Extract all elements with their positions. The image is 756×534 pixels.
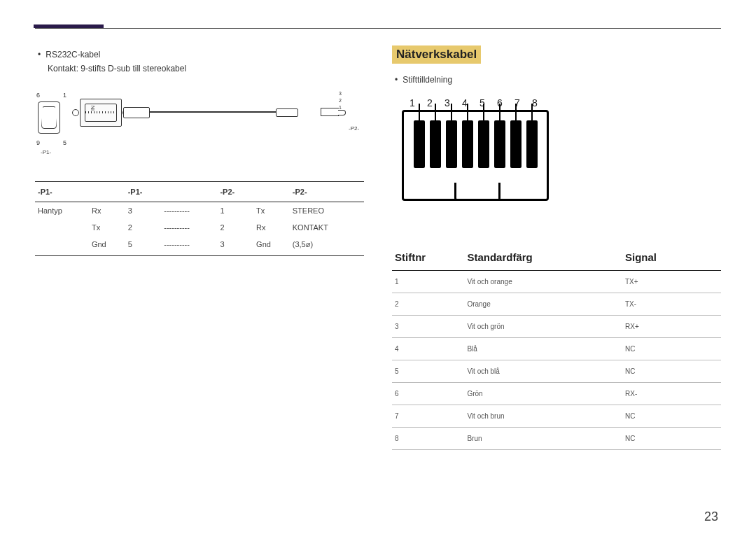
rj45-connector-icon	[402, 110, 549, 201]
cell: Tx	[89, 219, 125, 236]
cell: Vit och brun	[464, 405, 622, 428]
table-row: 4 Blå NC	[392, 338, 721, 360]
section-title-network-cable: Nätverkskabel	[392, 45, 481, 64]
col-blank1	[89, 182, 125, 202]
cell: Brun	[464, 428, 622, 450]
network-pin-table: Stiftnr Standardfärg Signal 1 Vit och or…	[392, 244, 721, 450]
pin-assignment-bullet: • Stifttilldelning	[392, 75, 721, 85]
table-row: 6 Grön RX-	[392, 383, 721, 405]
cell: ----------	[161, 236, 217, 256]
rj45-contact-icon	[414, 120, 425, 168]
cell: 6	[392, 383, 464, 405]
rs232c-pin-table: -P1- -P1- -P2- -P2- Hantyp Rx 3 -----	[35, 181, 364, 256]
rj-num: 4	[458, 97, 471, 108]
col-p1b: -P1-	[125, 182, 162, 202]
rj45-latch-icon	[454, 183, 500, 201]
table-header-row: -P1- -P1- -P2- -P2-	[35, 182, 364, 202]
cell: 5	[392, 360, 464, 383]
rj45-contact-icon	[526, 120, 538, 168]
rs232c-subtext: Kontakt: 9-stifts D-sub till stereokabel	[48, 64, 364, 73]
table-row: 1 Vit och orange TX+	[392, 271, 721, 293]
rs232c-bullet-text: RS232C-kabel	[46, 50, 100, 59]
cell: Vit och orange	[464, 271, 622, 293]
cell: Vit och blå	[464, 360, 622, 383]
cell: Vit och grön	[464, 316, 622, 338]
cell: Blå	[464, 338, 622, 360]
cable-diagram: 6 1 9 5 -P1- IN 3 2 1	[38, 86, 364, 177]
rj45-contact-icon	[494, 120, 505, 168]
rj-num: 7	[511, 97, 524, 108]
cell: 3	[125, 202, 162, 220]
right-column: Nätverkskabel • Stifttilldelning 1 2 3 4…	[392, 45, 721, 450]
cable-line-icon	[123, 111, 298, 113]
stereo-jack-icon	[321, 108, 339, 116]
p2-label-jack: -P2-	[349, 125, 359, 132]
cell: STEREO	[290, 202, 364, 220]
page-number: 23	[704, 510, 718, 524]
cell: 2	[125, 219, 162, 236]
rj-num: 1	[406, 97, 419, 108]
table-row: Tx 2 ---------- 2 Rx KONTAKT	[35, 219, 364, 236]
rj-num: 8	[528, 97, 541, 108]
cell	[35, 219, 89, 236]
cell: RX+	[622, 316, 721, 338]
cell: KONTAKT	[290, 219, 364, 236]
cell: Rx	[89, 202, 125, 220]
rs232c-bullet: • RS232C-kabel	[35, 50, 364, 59]
dsub-front-icon	[38, 101, 60, 134]
cell: 8	[392, 428, 464, 450]
rj45-contact-icon	[462, 120, 473, 168]
col-signal: Signal	[622, 244, 721, 271]
cell: NC	[622, 338, 721, 360]
jack-pin-1: 1	[339, 104, 342, 111]
pin-label-9: 9	[36, 139, 40, 146]
rj45-contact-icon	[510, 120, 522, 168]
table-row: Hantyp Rx 3 ---------- 1 Tx STEREO	[35, 202, 364, 220]
rj45-contact-icon	[446, 120, 457, 168]
table-row: 2 Orange TX-	[392, 293, 721, 316]
table-row: 5 Vit och blå NC	[392, 360, 721, 383]
jack-pin-2: 2	[339, 97, 342, 104]
cell: (3,5ø)	[290, 236, 364, 256]
dsub-connector-icon	[80, 99, 122, 127]
cell: 3	[217, 236, 253, 256]
col-color: Standardfärg	[464, 244, 622, 271]
cell: Rx	[253, 219, 290, 236]
cell: NC	[622, 405, 721, 428]
cell: 3	[392, 316, 464, 338]
cell: 1	[392, 271, 464, 293]
cell: Grön	[464, 383, 622, 405]
cell: TX-	[622, 293, 721, 316]
table-row: 3 Vit och grön RX+	[392, 316, 721, 338]
cell: Orange	[464, 293, 622, 316]
cell: Tx	[253, 202, 290, 220]
col-blank3	[253, 182, 290, 202]
header-rule	[35, 28, 721, 29]
cell: RX-	[622, 383, 721, 405]
bullet-dot: •	[35, 50, 43, 59]
cell: Gnd	[89, 236, 125, 256]
pin-label-6: 6	[36, 92, 40, 99]
in-label: IN	[90, 106, 95, 111]
pin-label-1: 1	[63, 92, 66, 99]
cell: Gnd	[253, 236, 290, 256]
bullet-dot: •	[392, 75, 400, 85]
jack-pin-labels: 3 2 1	[339, 90, 342, 111]
col-p2a: -P2-	[217, 182, 253, 202]
cell: ----------	[161, 202, 217, 220]
table-header-row: Stiftnr Standardfärg Signal	[392, 244, 721, 271]
cell: 2	[392, 293, 464, 316]
table-row: 7 Vit och brun NC	[392, 405, 721, 428]
cell: ----------	[161, 219, 217, 236]
cell: 1	[217, 202, 253, 220]
cell: 2	[217, 219, 253, 236]
cell: 4	[392, 338, 464, 360]
cell: TX+	[622, 271, 721, 293]
table-row: 8 Brun NC	[392, 428, 721, 450]
jack-pin-3: 3	[339, 90, 342, 97]
col-blank2	[161, 182, 217, 202]
col-p1a: -P1-	[35, 182, 89, 202]
pin-assignment-text: Stifttilldelning	[402, 75, 452, 85]
cell: NC	[622, 360, 721, 383]
cell: 7	[392, 405, 464, 428]
